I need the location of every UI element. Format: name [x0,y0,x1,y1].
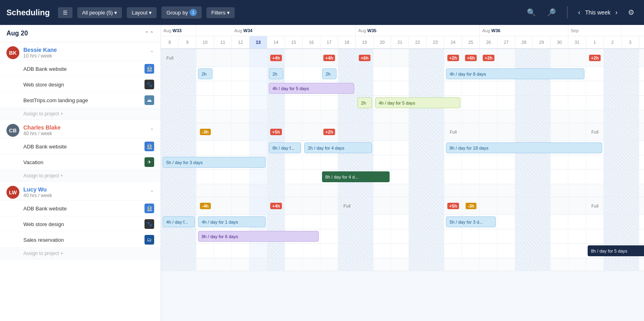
day-header-10: 10 [196,36,214,48]
day-header-14: 14 [267,36,285,48]
date-header: Aug 20 ⌃⌃ [0,25,161,42]
day-header-27: 27 [497,36,515,48]
day-header-24: 24 [444,36,462,48]
week-label-sep: Sep [568,25,621,36]
day-header-29: 29 [533,36,551,48]
person-hrs-bessie: 10 hrs / week [23,53,150,59]
day-header-28: 28 [515,36,533,48]
charles-extra-row: 5h / day for 3 days [161,155,644,170]
person-hrs-charles: 40 hrs / week [23,131,150,136]
day-header-13: 13 [250,36,267,48]
day-header-22: 22 [409,36,427,48]
person-row-bessie: BK Bessie Kane 10 hrs / week ⌃ [0,42,161,61]
project-name: Web store design [23,82,64,88]
week-label-w36: Aug W36 [480,25,568,36]
groupby-label: Group by [166,10,188,16]
person-info-lucy: Lucy Wu 40 hrs / week [23,186,150,198]
project-icon-vacation: ✈ [144,157,154,167]
day-header-26: 26 [480,36,497,48]
day-header-21: 21 [391,36,409,48]
left-panel: Aug 20 ⌃⌃ BK Bessie Kane 10 hrs / week ⌃… [0,25,161,321]
app-title: Scheduling [6,8,50,17]
assign-row-bessie[interactable]: Assign to project + [0,108,161,120]
all-people-btn[interactable]: All people (5) ▾ [77,7,122,18]
project-icon-web2: 🐾 [144,219,154,229]
avatar-bessie: BK [6,46,19,59]
main-content: Aug 20 ⌃⌃ BK Bessie Kane 10 hrs / week ⌃… [0,25,644,321]
project-icon-besttrips: ⛰ [144,95,154,105]
avatar-lucy: LW [6,186,19,199]
project-row-lucy-adb: ADB Bank website 🏦 [0,201,161,216]
day-header-16: 16 [303,36,320,48]
day-header-18: 18 [338,36,356,48]
bessie-web-row: 4h / day for 5 days [161,81,644,96]
day-header-row: 8 9 10 11 12 13 14 15 16 17 18 19 20 21 … [161,36,644,49]
filter-lines-icon: ☰ [63,10,68,16]
all-people-label: All people (5) [82,10,113,16]
week-navigation: ‹ This week › [576,8,620,17]
project-icon-sales: 🗂 [144,235,154,245]
week-label-w35: Aug W35 [356,25,480,36]
avatar-charles: CB [6,124,19,137]
project-row-charles-vacation: Vacation ✈ [0,154,161,170]
calendar-inner: .dcw { width: 44px; } .cal-grid-row { di… [161,25,644,271]
bessie-adb-row: 2h 2h 2h 4h / day for 8 days [161,67,644,81]
settings-btn[interactable]: ⚙ [625,6,638,19]
day-header-sep3: 3 [621,36,639,48]
filter-icon-btn[interactable]: ☰ [58,7,72,18]
day-header-25: 25 [462,36,480,48]
charles-vacation-row: 8h / day for 4 d... [161,170,644,184]
lucy-adb-row: 4h / day f... 4h / day for 1 days 5h / d… [161,215,644,229]
search-zoom-in-btn[interactable]: 🔎 [544,6,559,19]
day-header-30: 30 [551,36,568,48]
search-zoom-out-btn[interactable]: 🔍 [524,6,539,19]
person-name-charles: Charles Blake [23,124,150,131]
project-icon-adb2: 🏦 [144,142,154,151]
person-row-charles: CB Charles Blake 40 hrs / week ⌃ [0,120,161,139]
header-divider [567,6,568,19]
project-name: Vacation [23,159,43,165]
project-row-lucy-sales: Sales reservation 🗂 [0,232,161,248]
calendar-panel: .dcw { width: 44px; } .cal-grid-row { di… [161,25,644,321]
project-icon-adb: 🏦 [144,64,154,74]
week-label-w33: Aug W33 [161,25,196,36]
current-week-label: This week [585,9,611,16]
assign-row-lucy[interactable]: Assign to project + [0,248,161,259]
groupby-badge: 1 [190,9,197,16]
project-icon-web: 🐾 [144,80,154,89]
day-header-19: 19 [356,36,374,48]
chevron-down-icon: ▾ [227,10,230,16]
layout-btn[interactable]: Layout ▾ [127,7,157,18]
filters-btn[interactable]: Filters ▾ [206,7,235,18]
day-header-15: 15 [285,36,303,48]
project-name: Sales reservation [23,237,64,243]
collapse-all-btn[interactable]: ⌃⌃ [144,30,154,37]
lucy-assign-row [161,258,644,271]
day-header-20: 20 [374,36,391,48]
week-label-w34: Aug W34 [232,25,356,36]
groupby-btn[interactable]: Group by 1 [161,6,201,19]
project-row-charles-adb: ADB Bank website 🏦 [0,139,161,154]
day-header-12: 12 [232,36,250,48]
person-name-lucy: Lucy Wu [23,186,150,193]
assign-row-charles[interactable]: Assign to project + [0,170,161,182]
day-header-17: 17 [320,36,338,48]
project-name: BestTrips.com landing page [23,97,88,103]
project-name: ADB Bank website [23,206,67,212]
person-name-bessie: Bessie Kane [23,47,150,53]
day-header-23: 23 [427,36,444,48]
lucy-sales-row: 8h / day for 5 days [161,244,644,258]
person-row-lucy: LW Lucy Wu 40 hrs / week ⌃ [0,182,161,201]
next-week-btn[interactable]: › [613,8,620,17]
charles-assign-row [161,184,644,197]
bessie-summary-row: Full +4h +4h +6h +2h +6h +2h +2h [161,49,644,67]
collapse-lucy-btn[interactable]: ⌃ [150,189,154,195]
charles-adb-row: 8h / day f... 2h / day for 4 days 8h / d… [161,141,644,155]
lucy-web-row: 8h / day for 6 days [161,229,644,244]
collapse-bessie-btn[interactable]: ⌃ [150,50,154,56]
charles-summary-row: -3h +5h +2h Full Full [161,123,644,141]
collapse-charles-btn[interactable]: ⌃ [150,128,154,134]
person-info-bessie: Bessie Kane 10 hrs / week [23,47,150,59]
project-name: ADB Bank website [23,144,67,150]
prev-week-btn[interactable]: ‹ [576,8,582,17]
